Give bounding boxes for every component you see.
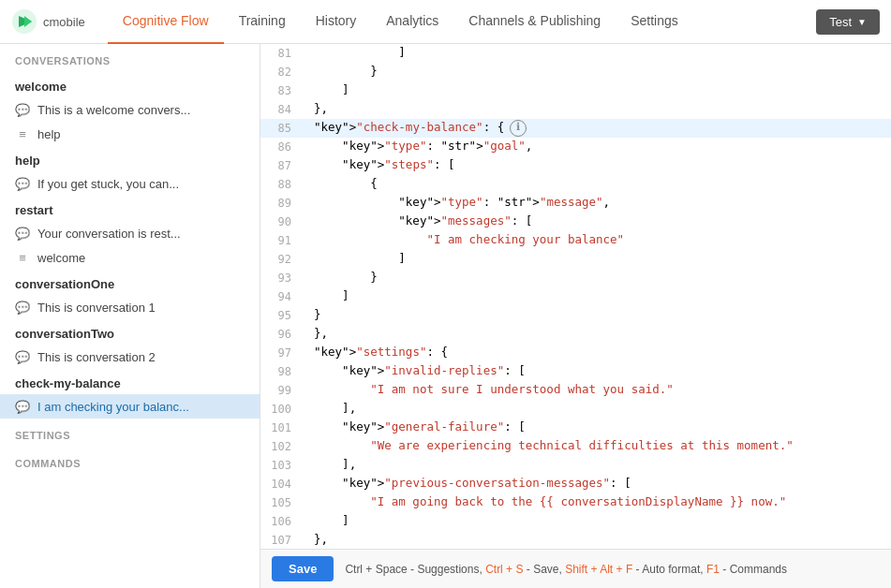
code-line-100: 100 ],: [260, 400, 891, 419]
line-number: 98: [260, 362, 303, 380]
line-number: 84: [260, 100, 303, 118]
line-content: "key">"type": "str">"goal",: [310, 138, 891, 155]
save-button[interactable]: Save: [272, 556, 334, 581]
sidebar-group-restart: restart: [0, 196, 260, 221]
footer-bar: Save Ctrl + Space - Suggestions, Ctrl + …: [260, 549, 891, 588]
sidebar-item-help-conv[interactable]: 💬 If you get stuck, you can...: [0, 171, 260, 196]
line-number: 86: [260, 138, 303, 155]
sidebar-group-conv-two: conversationTwo: [0, 319, 260, 345]
line-content: "I am not sure I understood what you sai…: [310, 381, 891, 399]
test-button[interactable]: Test ▼: [816, 9, 880, 35]
header: cmobile Cognitive Flow Training History …: [0, 0, 891, 44]
nav-history[interactable]: History: [301, 0, 372, 44]
nav-cognitive-flow[interactable]: Cognitive Flow: [108, 0, 224, 44]
sidebar-item-label: If you get stuck, you can...: [37, 177, 179, 191]
code-line-103: 103 ],: [260, 456, 891, 475]
nav-settings[interactable]: Settings: [616, 0, 693, 44]
sidebar-item-label: Your conversation is rest...: [37, 227, 181, 241]
line-content: "I am checking your balance": [310, 231, 891, 249]
sidebar-group-conv-one: conversationOne: [0, 270, 260, 295]
nav-analytics[interactable]: Analytics: [371, 0, 453, 44]
line-number: 88: [260, 175, 303, 193]
line-number: 81: [260, 44, 303, 62]
code-line-104: 104 "key">"previous-conversation-message…: [260, 475, 891, 493]
line-number: 89: [260, 194, 303, 212]
code-editor[interactable]: 81 ]82 }83 ]84},85"key">"check-my-balanc…: [260, 44, 891, 549]
code-line-97: 97"key">"settings": {: [260, 344, 891, 362]
line-number: 99: [260, 381, 303, 399]
chat-icon: 💬: [15, 300, 30, 315]
chat-icon: 💬: [15, 176, 30, 191]
footer-hint: Ctrl + Space - Suggestions, Ctrl + S - S…: [345, 563, 787, 576]
sidebar-item-conv-two[interactable]: 💬 This is conversation 2: [0, 345, 260, 369]
code-line-91: 91 "I am checking your balance": [260, 231, 891, 250]
sidebar-group-check-balance: check-my-balance: [0, 369, 260, 394]
chat-icon: 💬: [15, 349, 30, 364]
line-content: "key">"general-failure": [: [310, 419, 891, 436]
code-line-93: 93 }: [260, 269, 891, 287]
code-line-95: 95}: [260, 306, 891, 325]
list-icon: ≡: [15, 126, 30, 141]
sidebar: CONVERSATIONS welcome 💬 This is a welcom…: [0, 44, 260, 588]
line-content: }: [310, 269, 891, 287]
code-line-87: 87 "key">"steps": [: [260, 156, 891, 175]
line-number: 96: [260, 325, 303, 343]
code-line-105: 105 "I am going back to the {{ conversat…: [260, 493, 891, 512]
editor-area: 81 ]82 }83 ]84},85"key">"check-my-balanc…: [260, 44, 891, 588]
line-number: 85: [260, 119, 303, 137]
chat-icon: 💬: [15, 102, 30, 117]
sidebar-item-conv-one[interactable]: 💬 This is conversation 1: [0, 295, 260, 319]
line-number: 91: [260, 231, 303, 249]
code-line-99: 99 "I am not sure I understood what you …: [260, 381, 891, 400]
sidebar-item-label: This is conversation 2: [37, 350, 156, 364]
sidebar-item-restart-welcome[interactable]: ≡ welcome: [0, 245, 260, 270]
line-number: 107: [260, 531, 303, 549]
sidebar-group-welcome: welcome: [0, 72, 260, 97]
code-line-98: 98 "key">"invalid-replies": [: [260, 362, 891, 381]
nav-channels-publishing[interactable]: Channels & Publishing: [453, 0, 616, 44]
line-content: "key">"check-my-balance": {ℹ: [310, 119, 891, 137]
line-number: 87: [260, 156, 303, 174]
line-number: 104: [260, 475, 303, 492]
line-content: ]: [310, 44, 891, 62]
line-content: "key">"messages": [: [310, 213, 891, 230]
test-button-arrow: ▼: [857, 17, 867, 27]
main-content: CONVERSATIONS welcome 💬 This is a welcom…: [0, 44, 891, 588]
line-number: 90: [260, 213, 303, 230]
code-line-82: 82 }: [260, 63, 891, 81]
logo: cmobile: [11, 8, 85, 35]
code-line-89: 89 "key">"type": "str">"message",: [260, 194, 891, 213]
chat-icon: 💬: [15, 399, 30, 414]
conversations-section-title: CONVERSATIONS: [0, 44, 260, 72]
info-icon[interactable]: ℹ: [510, 120, 527, 137]
sidebar-item-label: This is conversation 1: [37, 301, 156, 315]
code-line-106: 106 ]: [260, 512, 891, 531]
line-content: },: [310, 531, 891, 549]
settings-section-title: SETTINGS: [0, 419, 260, 447]
line-number: 100: [260, 400, 303, 418]
sidebar-item-check-balance[interactable]: 💬 I am checking your balanc...: [0, 394, 260, 419]
line-number: 97: [260, 344, 303, 361]
line-number: 93: [260, 269, 303, 287]
code-line-94: 94 ]: [260, 287, 891, 306]
sidebar-item-label: This is a welcome convers...: [37, 103, 190, 117]
line-number: 103: [260, 456, 303, 474]
logo-text: cmobile: [43, 15, 85, 29]
sidebar-item-welcome-conv[interactable]: 💬 This is a welcome convers...: [0, 97, 260, 122]
code-line-101: 101 "key">"general-failure": [: [260, 419, 891, 437]
nav-training[interactable]: Training: [224, 0, 301, 44]
main-nav: Cognitive Flow Training History Analytic…: [108, 0, 816, 44]
commands-section-title: COMMANDS: [0, 447, 260, 475]
line-content: }: [310, 63, 891, 81]
line-content: ]: [310, 512, 891, 530]
sidebar-item-label: welcome: [37, 251, 85, 265]
sidebar-item-welcome-help[interactable]: ≡ help: [0, 122, 260, 146]
line-content: {: [310, 175, 891, 193]
code-line-107: 107},: [260, 531, 891, 549]
code-line-84: 84},: [260, 100, 891, 119]
line-number: 105: [260, 493, 303, 511]
sidebar-item-restart-conv[interactable]: 💬 Your conversation is rest...: [0, 221, 260, 245]
line-content: ],: [310, 456, 891, 474]
line-content: },: [310, 100, 891, 118]
list-icon: ≡: [15, 250, 30, 265]
